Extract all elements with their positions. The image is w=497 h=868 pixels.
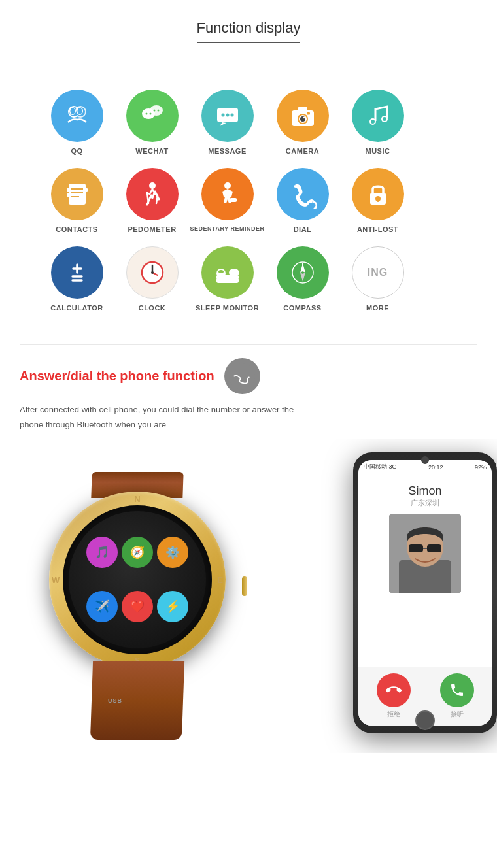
watch-crown (242, 576, 247, 596)
phone-camera (421, 456, 429, 464)
compass-w: W (52, 575, 60, 584)
icon-circle-dial (277, 168, 329, 220)
icon-circle-message (201, 90, 254, 142)
svg-marker-59 (300, 273, 305, 282)
svg-point-25 (303, 117, 304, 118)
icon-pedometer: PEDOMETER (114, 168, 190, 233)
svg-rect-65 (409, 544, 423, 552)
icon-circle-calculator (51, 246, 103, 299)
icon-label-qq: QQ (71, 147, 82, 155)
watch-band-bottom (90, 661, 184, 740)
phone-time: 20:12 (428, 464, 443, 471)
section-title: Function display (197, 20, 301, 43)
icon-sleep: SLEEP MONITOR (190, 246, 265, 312)
caller-photo-svg (389, 514, 461, 593)
icon-more: ING MORE (340, 246, 415, 312)
svg-point-39 (224, 182, 231, 189)
svg-point-12 (145, 113, 147, 115)
svg-point-18 (226, 114, 229, 117)
icon-circle-more: ING (352, 246, 404, 299)
svg-rect-32 (67, 188, 69, 192)
icon-contacts: CONTACTS (39, 168, 114, 233)
caller-location: 广东深圳 (411, 498, 439, 508)
icon-music: MUSIC (340, 90, 415, 155)
icon-dial: DIAL (265, 168, 340, 233)
watch-app-5: ❤️ (122, 591, 153, 622)
smartwatch: 🎵 🧭 ⚙️ ✈️ ❤️ ⚡ N S W E (20, 465, 281, 746)
svg-point-9 (77, 108, 82, 114)
section-title-wrap: Function display (26, 20, 471, 43)
icon-sedentary: Sedentary reminder (190, 168, 265, 233)
svg-point-13 (149, 113, 151, 115)
watch-case: 🎵 🧭 ⚙️ ✈️ ❤️ ⚡ N S W E (49, 492, 226, 668)
icon-circle-sedentary (201, 168, 254, 220)
icon-circle-contacts (51, 168, 103, 220)
decline-btn-wrap: 拒绝 (377, 673, 411, 719)
icon-label-camera: CAMERA (286, 147, 319, 155)
caller-name: Simon (408, 484, 441, 498)
icon-circle-sleep (201, 246, 254, 299)
accept-icon (449, 682, 465, 698)
watch-app-1: 🎵 (86, 537, 118, 568)
icon-label-pedometer: PEDOMETER (128, 225, 176, 233)
phone-carrier: 中国移动 3G (364, 463, 397, 471)
icon-label-sedentary: Sedentary reminder (190, 225, 265, 232)
icon-circle-music (352, 90, 404, 142)
svg-point-11 (150, 105, 163, 116)
icon-label-calculator: CALCULATOR (50, 304, 103, 312)
icon-circle-wechat (126, 90, 179, 142)
phone-screen: 中国移动 3G 20:12 92% Simon 广东深圳 (358, 460, 492, 726)
svg-point-17 (221, 114, 224, 117)
icon-label-music: MUSIC (366, 147, 390, 155)
accept-label: 接听 (451, 710, 464, 719)
answer-section: Answer/dial the phone function After con… (0, 345, 497, 766)
smartphone: 中国移动 3G 20:12 92% Simon 广东深圳 (353, 452, 497, 733)
icon-compass: COMPASS (265, 246, 340, 312)
svg-point-38 (149, 182, 156, 189)
svg-rect-34 (85, 188, 88, 192)
svg-rect-53 (216, 278, 239, 283)
svg-rect-26 (307, 112, 310, 115)
icon-label-sleep: SLEEP MONITOR (196, 304, 259, 312)
watch-screen-outer: 🎵 🧭 ⚙️ ✈️ ❤️ ⚡ (63, 505, 212, 654)
icon-circle-clock (126, 246, 179, 299)
decline-button[interactable] (377, 673, 411, 707)
icon-clock: CLOCK (114, 246, 190, 312)
decline-icon (386, 682, 402, 698)
answer-title-row: Answer/dial the phone function (20, 358, 477, 394)
icon-camera: CAMERA (265, 90, 340, 155)
icon-label-contacts: CONTACTS (56, 225, 97, 233)
watch-screen-inner: 🎵 🧭 ⚙️ ✈️ ❤️ ⚡ (69, 511, 206, 648)
icon-message: MESSAGE (190, 90, 265, 155)
accept-button[interactable] (440, 673, 474, 707)
svg-point-56 (229, 269, 239, 276)
icon-qq: QQ (39, 90, 114, 155)
svg-rect-66 (427, 544, 441, 552)
device-area: 🎵 🧭 ⚙️ ✈️ ❤️ ⚡ N S W E (20, 439, 497, 753)
icon-circle-compass (277, 246, 329, 299)
svg-point-19 (230, 114, 233, 117)
section-divider (26, 63, 471, 63)
phone-home-button[interactable] (415, 710, 435, 730)
compass-e: E (217, 575, 223, 584)
icon-label-wechat: WECHAT (135, 147, 168, 155)
phone-case: 中国移动 3G 20:12 92% Simon 广东深圳 (353, 452, 497, 733)
icon-circle-camera (277, 90, 329, 142)
svg-point-29 (371, 120, 375, 124)
icon-circle-qq (51, 90, 103, 142)
svg-point-8 (70, 108, 75, 114)
svg-rect-43 (377, 199, 379, 202)
icons-grid: QQ WECHAT (26, 83, 471, 331)
icon-label-clock: CLOCK (139, 304, 166, 312)
icon-label-message: MESSAGE (208, 147, 247, 155)
icon-calculator: CALCULATOR (39, 246, 114, 312)
icon-antilost: ANTI-LOST (340, 168, 415, 233)
svg-point-14 (153, 110, 155, 112)
svg-point-51 (151, 271, 154, 274)
svg-rect-31 (69, 184, 86, 205)
watch-app-3: ⚙️ (157, 537, 188, 568)
svg-rect-40 (230, 198, 237, 202)
watch-app-2: 🧭 (122, 537, 153, 568)
svg-rect-21 (298, 107, 307, 112)
function-section: Function display (0, 0, 497, 344)
